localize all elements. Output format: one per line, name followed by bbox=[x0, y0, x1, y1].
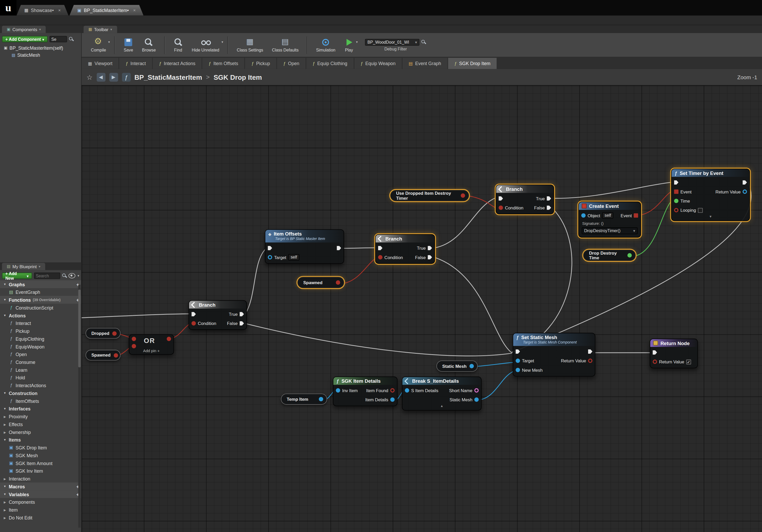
target-pin[interactable] bbox=[516, 359, 520, 363]
expander-icon[interactable] bbox=[3, 485, 7, 488]
blueprint-row-sgk-drop-item[interactable]: SGK Drop Item bbox=[0, 444, 81, 451]
blueprint-row-hold[interactable]: Hold bbox=[0, 374, 81, 381]
graph-tab-equip-weapon[interactable]: Equip Weapon bbox=[354, 58, 402, 69]
blueprint-row-interaction[interactable]: Interaction bbox=[0, 475, 81, 483]
node-static-mesh-get[interactable]: Static Mesh bbox=[436, 360, 478, 372]
graph-tab-interact[interactable]: Interact bbox=[119, 58, 153, 69]
blueprint-row-items[interactable]: Items bbox=[0, 436, 81, 444]
window-tab-showcase[interactable]: Showcase• bbox=[17, 5, 68, 16]
node-dropped-get[interactable]: Dropped bbox=[86, 328, 120, 339]
node-set-static-mesh[interactable]: Set Static Mesh Target is Static Mesh Co… bbox=[513, 333, 595, 376]
add-component-button[interactable]: + Add Component bbox=[2, 36, 47, 42]
scrollbar-thumb[interactable] bbox=[78, 290, 81, 367]
blueprint-row-open[interactable]: Open bbox=[0, 350, 81, 358]
toolbar-button-class-defaults[interactable]: Class Defaults bbox=[272, 38, 299, 52]
graph-tab-event-graph[interactable]: Event Graph bbox=[403, 58, 448, 69]
expander-icon[interactable] bbox=[3, 500, 7, 503]
bool-pin[interactable] bbox=[167, 337, 171, 341]
true-exec-pin[interactable] bbox=[547, 196, 551, 201]
node-spawned-get[interactable]: Spawned bbox=[297, 277, 344, 288]
node-spawned2-get[interactable]: Spawned bbox=[86, 350, 120, 360]
inv-item-pin[interactable] bbox=[336, 388, 340, 393]
chevron-down-icon[interactable] bbox=[108, 40, 110, 44]
graph-canvas[interactable]: Use Dropped Item Destroy Timer Spawned D… bbox=[82, 86, 762, 532]
toolbar-button[interactable] bbox=[164, 36, 165, 53]
target-pin[interactable] bbox=[268, 255, 272, 260]
chevron-down-icon[interactable] bbox=[111, 28, 112, 32]
toolbar-button-play[interactable]: Play bbox=[344, 38, 354, 52]
debug-object-dropdown[interactable]: BP_WoodDoor_01_WI bbox=[365, 39, 419, 45]
blueprint-row-interact[interactable]: Interact bbox=[0, 319, 81, 327]
chevron-down-icon[interactable] bbox=[356, 40, 358, 44]
node-return[interactable]: Return Node Return Value bbox=[650, 339, 698, 368]
delegate-pin[interactable] bbox=[634, 213, 638, 218]
bool-pin[interactable] bbox=[132, 344, 136, 348]
graph-tab-viewport[interactable]: Viewport bbox=[82, 58, 119, 69]
search-icon[interactable] bbox=[421, 39, 426, 44]
chevron-down-icon[interactable] bbox=[39, 265, 40, 268]
toolbar-button[interactable] bbox=[307, 36, 308, 53]
node-or[interactable]: OR Add pin + bbox=[129, 334, 174, 355]
blueprint-row-pickup[interactable]: Pickup bbox=[0, 327, 81, 335]
exec-out-pin[interactable] bbox=[337, 246, 341, 250]
node-sgk-item-details[interactable]: SGK Item Details Inv Item Item Found Ite… bbox=[333, 376, 398, 406]
exec-in-pin[interactable] bbox=[191, 312, 196, 316]
component-root-row[interactable]: BP_StaticMasterItem(self) bbox=[0, 44, 81, 51]
true-exec-pin[interactable] bbox=[427, 246, 432, 250]
node-set-timer-by-event[interactable]: Set Timer by Event Event Return Value Ti… bbox=[671, 169, 750, 221]
blueprint-row-sgk-inv-item[interactable]: SGK Inv Item bbox=[0, 467, 81, 475]
item-found-pin[interactable] bbox=[390, 388, 395, 393]
bool-pin[interactable] bbox=[112, 331, 116, 336]
favorite-star-icon[interactable] bbox=[87, 73, 93, 81]
expander-icon[interactable] bbox=[3, 516, 7, 519]
bool-pin[interactable] bbox=[114, 353, 118, 357]
blueprint-row-itemoffsets[interactable]: ItemOffsets bbox=[0, 397, 81, 405]
add-pin-button[interactable]: Add pin + bbox=[129, 349, 173, 353]
blueprint-row-construction[interactable]: Construction bbox=[0, 389, 81, 397]
condition-pin[interactable] bbox=[499, 205, 503, 210]
toolbar-button-class-settings[interactable]: Class Settings bbox=[237, 38, 263, 52]
struct-in-pin[interactable] bbox=[405, 388, 409, 393]
toolbar-button[interactable] bbox=[227, 36, 229, 53]
node-create-event[interactable]: Create Event Object self Event Signature… bbox=[578, 201, 641, 238]
blueprint-row-graphs[interactable]: Graphs bbox=[0, 280, 81, 288]
target-value-box[interactable]: self bbox=[288, 254, 299, 261]
window-tab-bp-staticmasteritem[interactable]: BP_StaticMasterItem• bbox=[70, 5, 144, 16]
blueprint-row-macros[interactable]: Macros bbox=[0, 482, 81, 490]
node-item-offsets[interactable]: Item Offsets Target is BP Static Master … bbox=[265, 229, 344, 264]
exec-out-pin[interactable] bbox=[588, 349, 592, 354]
toolbar-button-save[interactable]: Save bbox=[123, 38, 133, 52]
exec-in-pin[interactable] bbox=[516, 349, 520, 354]
toolbar-button[interactable] bbox=[114, 36, 115, 53]
blueprint-row-sgk-mesh[interactable]: SGK Mesh bbox=[0, 451, 81, 459]
blueprint-row-effects[interactable]: Effects bbox=[0, 420, 81, 428]
components-search-input[interactable] bbox=[49, 36, 67, 42]
close-icon[interactable] bbox=[133, 8, 136, 13]
blueprint-row-consume[interactable]: Consume bbox=[0, 358, 81, 366]
blueprint-row-actions[interactable]: Actions bbox=[0, 311, 81, 319]
blueprint-row-functions[interactable]: Functions (39 Overridable) bbox=[0, 296, 81, 304]
search-icon[interactable] bbox=[69, 37, 74, 41]
scrollbar[interactable] bbox=[78, 285, 81, 528]
object-value-box[interactable]: self bbox=[602, 212, 613, 219]
toolbar-button-simulation[interactable]: Simulation bbox=[316, 38, 336, 52]
graph-tab-item-offsets[interactable]: Item Offsets bbox=[202, 58, 245, 69]
expander-icon[interactable] bbox=[3, 298, 7, 301]
timer-handle-pin[interactable] bbox=[743, 190, 747, 194]
blueprint-row-sgk-item-amount[interactable]: SGK Item Amount bbox=[0, 459, 81, 467]
false-exec-pin[interactable] bbox=[427, 255, 432, 260]
looping-pin[interactable] bbox=[674, 208, 679, 212]
exec-out-pin[interactable] bbox=[743, 181, 747, 185]
blueprint-row-variables[interactable]: Variables bbox=[0, 490, 81, 498]
node-break-s-itemdetails[interactable]: Break S_ItemDetails S Item Details Short… bbox=[402, 376, 482, 411]
collapse-arrow-icon[interactable]: ▾ bbox=[671, 215, 749, 219]
toolbar-button-browse[interactable]: Browse bbox=[142, 38, 156, 52]
expander-icon[interactable] bbox=[3, 438, 7, 441]
blueprint-row-interfaces[interactable]: Interfaces bbox=[0, 405, 81, 413]
expander-icon[interactable] bbox=[3, 392, 7, 395]
blueprint-row-equipweapon[interactable]: EquipWeapon bbox=[0, 342, 81, 350]
chevron-down-icon[interactable]: ▾ bbox=[77, 274, 79, 278]
float-pin[interactable] bbox=[627, 253, 632, 258]
expander-icon[interactable] bbox=[3, 508, 7, 511]
return-bool-pin[interactable] bbox=[588, 359, 592, 363]
